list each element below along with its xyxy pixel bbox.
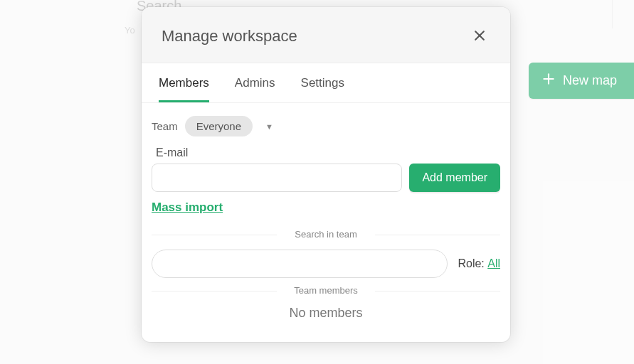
search-row: Role: All: [152, 250, 500, 278]
email-input[interactable]: [152, 164, 402, 192]
team-selected-value: Everyone: [196, 120, 241, 132]
add-member-button[interactable]: Add member: [409, 164, 500, 192]
team-row: Team Everyone ▼: [152, 116, 500, 136]
search-in-team-input[interactable]: [152, 250, 448, 278]
email-row: Add member: [152, 164, 500, 192]
role-label-text: Role:: [458, 257, 487, 269]
tab-settings[interactable]: Settings: [301, 63, 344, 102]
role-filter: Role: All: [458, 257, 500, 270]
manage-workspace-modal: Manage workspace Members Admins Settings…: [142, 7, 510, 342]
search-in-team-divider: Search in team: [152, 229, 500, 240]
close-icon: [472, 28, 487, 45]
mass-import-link[interactable]: Mass import: [152, 200, 223, 215]
no-members-message: No members: [152, 306, 500, 321]
team-label: Team: [152, 120, 178, 132]
email-label: E-mail: [156, 146, 500, 159]
tab-members[interactable]: Members: [159, 63, 209, 102]
chevron-down-icon[interactable]: ▼: [265, 122, 273, 131]
modal-body: Team Everyone ▼ E-mail Add member Mass i…: [142, 103, 510, 342]
tabs: Members Admins Settings: [142, 63, 510, 103]
role-filter-link[interactable]: All: [487, 257, 500, 269]
modal-title: Manage workspace: [162, 27, 297, 46]
close-button[interactable]: [469, 26, 490, 47]
modal-header: Manage workspace: [142, 7, 510, 63]
team-select[interactable]: Everyone: [185, 116, 253, 136]
team-members-divider: Team members: [152, 285, 500, 296]
tab-admins[interactable]: Admins: [235, 63, 275, 102]
